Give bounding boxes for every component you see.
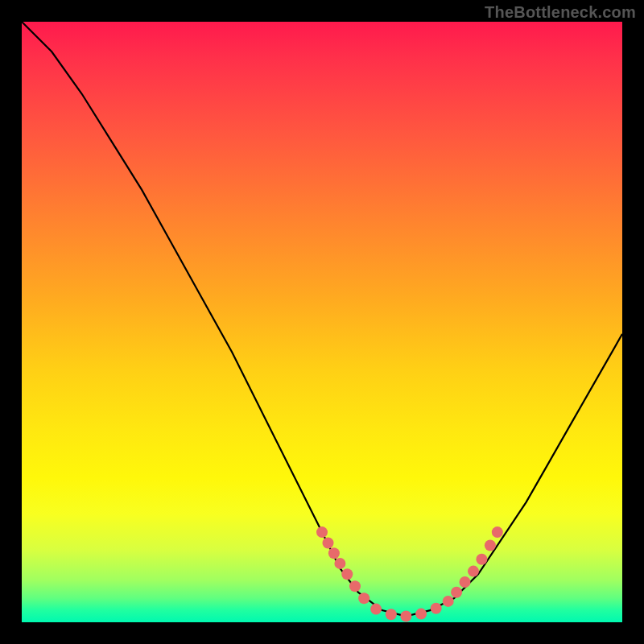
chart-svg — [22, 22, 622, 622]
attribution-text: TheBottleneck.com — [485, 3, 636, 22]
data-dot — [358, 592, 369, 604]
data-dot — [476, 554, 487, 565]
data-dot — [492, 526, 503, 538]
data-dot — [316, 526, 328, 538]
data-dot — [443, 596, 454, 607]
data-dot — [328, 547, 340, 559]
data-dots-group — [316, 526, 503, 621]
data-dot — [334, 558, 345, 569]
plot-area — [22, 22, 622, 622]
chart-stage: TheBottleneck.com — [0, 0, 644, 644]
data-dot — [460, 576, 471, 588]
data-dot — [415, 609, 427, 620]
data-dot — [451, 587, 462, 598]
data-dot — [485, 540, 496, 551]
data-dot — [349, 580, 361, 592]
data-dot — [341, 568, 353, 580]
data-dot — [400, 611, 411, 622]
data-dot — [386, 609, 397, 620]
data-dot — [431, 603, 442, 614]
data-dot — [370, 604, 382, 615]
data-dot — [323, 538, 334, 549]
data-dot — [468, 566, 479, 577]
